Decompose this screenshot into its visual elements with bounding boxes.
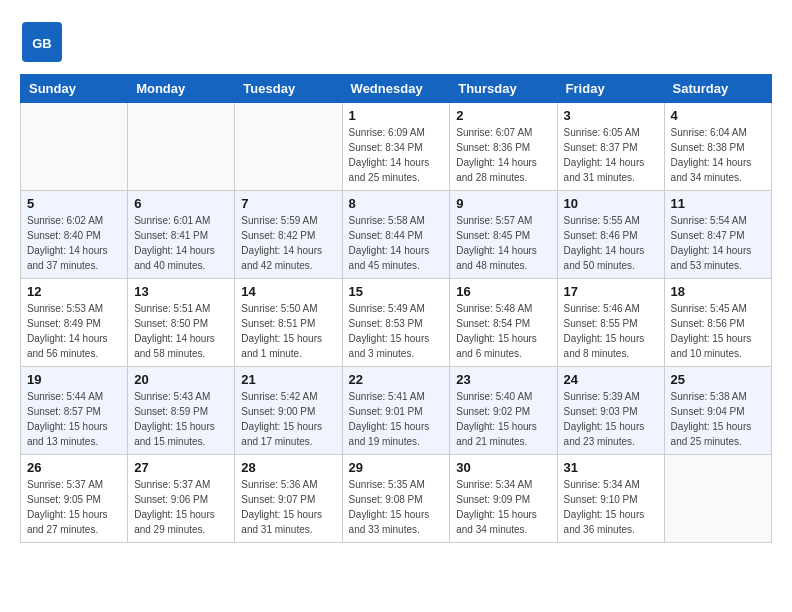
calendar-cell: 27Sunrise: 5:37 AM Sunset: 9:06 PM Dayli… [128, 455, 235, 543]
day-info: Sunrise: 5:41 AM Sunset: 9:01 PM Dayligh… [349, 389, 444, 449]
day-number: 27 [134, 460, 228, 475]
calendar-cell: 28Sunrise: 5:36 AM Sunset: 9:07 PM Dayli… [235, 455, 342, 543]
day-info: Sunrise: 5:55 AM Sunset: 8:46 PM Dayligh… [564, 213, 658, 273]
weekday-header-sunday: Sunday [21, 75, 128, 103]
svg-text:GB: GB [32, 36, 52, 51]
calendar-cell: 2Sunrise: 6:07 AM Sunset: 8:36 PM Daylig… [450, 103, 557, 191]
day-number: 4 [671, 108, 765, 123]
day-number: 18 [671, 284, 765, 299]
calendar-cell [21, 103, 128, 191]
calendar-cell: 31Sunrise: 5:34 AM Sunset: 9:10 PM Dayli… [557, 455, 664, 543]
day-number: 2 [456, 108, 550, 123]
day-number: 9 [456, 196, 550, 211]
calendar-cell: 11Sunrise: 5:54 AM Sunset: 8:47 PM Dayli… [664, 191, 771, 279]
weekday-header-thursday: Thursday [450, 75, 557, 103]
day-number: 23 [456, 372, 550, 387]
day-info: Sunrise: 5:42 AM Sunset: 9:00 PM Dayligh… [241, 389, 335, 449]
day-number: 10 [564, 196, 658, 211]
calendar-cell: 20Sunrise: 5:43 AM Sunset: 8:59 PM Dayli… [128, 367, 235, 455]
calendar-cell: 6Sunrise: 6:01 AM Sunset: 8:41 PM Daylig… [128, 191, 235, 279]
day-info: Sunrise: 6:02 AM Sunset: 8:40 PM Dayligh… [27, 213, 121, 273]
logo-icon: GB [20, 20, 64, 64]
calendar-week-row-3: 12Sunrise: 5:53 AM Sunset: 8:49 PM Dayli… [21, 279, 772, 367]
calendar-cell: 12Sunrise: 5:53 AM Sunset: 8:49 PM Dayli… [21, 279, 128, 367]
day-number: 6 [134, 196, 228, 211]
day-info: Sunrise: 5:38 AM Sunset: 9:04 PM Dayligh… [671, 389, 765, 449]
day-number: 21 [241, 372, 335, 387]
calendar-cell: 17Sunrise: 5:46 AM Sunset: 8:55 PM Dayli… [557, 279, 664, 367]
day-info: Sunrise: 5:37 AM Sunset: 9:05 PM Dayligh… [27, 477, 121, 537]
day-number: 8 [349, 196, 444, 211]
day-number: 28 [241, 460, 335, 475]
day-info: Sunrise: 5:49 AM Sunset: 8:53 PM Dayligh… [349, 301, 444, 361]
day-info: Sunrise: 5:43 AM Sunset: 8:59 PM Dayligh… [134, 389, 228, 449]
day-info: Sunrise: 5:36 AM Sunset: 9:07 PM Dayligh… [241, 477, 335, 537]
day-info: Sunrise: 5:39 AM Sunset: 9:03 PM Dayligh… [564, 389, 658, 449]
day-info: Sunrise: 5:59 AM Sunset: 8:42 PM Dayligh… [241, 213, 335, 273]
day-number: 19 [27, 372, 121, 387]
day-info: Sunrise: 6:07 AM Sunset: 8:36 PM Dayligh… [456, 125, 550, 185]
day-number: 12 [27, 284, 121, 299]
day-number: 31 [564, 460, 658, 475]
calendar-cell: 4Sunrise: 6:04 AM Sunset: 8:38 PM Daylig… [664, 103, 771, 191]
day-number: 7 [241, 196, 335, 211]
day-info: Sunrise: 5:46 AM Sunset: 8:55 PM Dayligh… [564, 301, 658, 361]
day-info: Sunrise: 6:01 AM Sunset: 8:41 PM Dayligh… [134, 213, 228, 273]
calendar-cell: 19Sunrise: 5:44 AM Sunset: 8:57 PM Dayli… [21, 367, 128, 455]
day-info: Sunrise: 5:45 AM Sunset: 8:56 PM Dayligh… [671, 301, 765, 361]
calendar-cell: 10Sunrise: 5:55 AM Sunset: 8:46 PM Dayli… [557, 191, 664, 279]
calendar-cell: 15Sunrise: 5:49 AM Sunset: 8:53 PM Dayli… [342, 279, 450, 367]
day-info: Sunrise: 5:50 AM Sunset: 8:51 PM Dayligh… [241, 301, 335, 361]
day-number: 11 [671, 196, 765, 211]
day-info: Sunrise: 5:58 AM Sunset: 8:44 PM Dayligh… [349, 213, 444, 273]
calendar-cell: 13Sunrise: 5:51 AM Sunset: 8:50 PM Dayli… [128, 279, 235, 367]
day-info: Sunrise: 5:37 AM Sunset: 9:06 PM Dayligh… [134, 477, 228, 537]
calendar-cell: 25Sunrise: 5:38 AM Sunset: 9:04 PM Dayli… [664, 367, 771, 455]
day-number: 5 [27, 196, 121, 211]
calendar-cell: 21Sunrise: 5:42 AM Sunset: 9:00 PM Dayli… [235, 367, 342, 455]
calendar-cell: 1Sunrise: 6:09 AM Sunset: 8:34 PM Daylig… [342, 103, 450, 191]
weekday-header-tuesday: Tuesday [235, 75, 342, 103]
calendar-week-row-5: 26Sunrise: 5:37 AM Sunset: 9:05 PM Dayli… [21, 455, 772, 543]
day-info: Sunrise: 6:05 AM Sunset: 8:37 PM Dayligh… [564, 125, 658, 185]
day-info: Sunrise: 5:34 AM Sunset: 9:09 PM Dayligh… [456, 477, 550, 537]
calendar-cell: 26Sunrise: 5:37 AM Sunset: 9:05 PM Dayli… [21, 455, 128, 543]
day-number: 15 [349, 284, 444, 299]
day-info: Sunrise: 5:34 AM Sunset: 9:10 PM Dayligh… [564, 477, 658, 537]
day-number: 16 [456, 284, 550, 299]
calendar-cell: 8Sunrise: 5:58 AM Sunset: 8:44 PM Daylig… [342, 191, 450, 279]
day-info: Sunrise: 5:54 AM Sunset: 8:47 PM Dayligh… [671, 213, 765, 273]
calendar-cell: 29Sunrise: 5:35 AM Sunset: 9:08 PM Dayli… [342, 455, 450, 543]
calendar-cell: 5Sunrise: 6:02 AM Sunset: 8:40 PM Daylig… [21, 191, 128, 279]
day-info: Sunrise: 5:57 AM Sunset: 8:45 PM Dayligh… [456, 213, 550, 273]
calendar-cell: 18Sunrise: 5:45 AM Sunset: 8:56 PM Dayli… [664, 279, 771, 367]
weekday-header-row: SundayMondayTuesdayWednesdayThursdayFrid… [21, 75, 772, 103]
day-number: 1 [349, 108, 444, 123]
day-number: 25 [671, 372, 765, 387]
calendar-cell [664, 455, 771, 543]
day-info: Sunrise: 5:51 AM Sunset: 8:50 PM Dayligh… [134, 301, 228, 361]
logo: GB [20, 20, 68, 64]
page-header: GB [20, 20, 772, 64]
weekday-header-saturday: Saturday [664, 75, 771, 103]
calendar-week-row-2: 5Sunrise: 6:02 AM Sunset: 8:40 PM Daylig… [21, 191, 772, 279]
calendar-cell: 3Sunrise: 6:05 AM Sunset: 8:37 PM Daylig… [557, 103, 664, 191]
day-number: 17 [564, 284, 658, 299]
day-number: 13 [134, 284, 228, 299]
calendar-cell: 14Sunrise: 5:50 AM Sunset: 8:51 PM Dayli… [235, 279, 342, 367]
day-number: 3 [564, 108, 658, 123]
day-number: 24 [564, 372, 658, 387]
weekday-header-monday: Monday [128, 75, 235, 103]
day-number: 29 [349, 460, 444, 475]
day-info: Sunrise: 5:35 AM Sunset: 9:08 PM Dayligh… [349, 477, 444, 537]
day-info: Sunrise: 5:53 AM Sunset: 8:49 PM Dayligh… [27, 301, 121, 361]
calendar-cell: 30Sunrise: 5:34 AM Sunset: 9:09 PM Dayli… [450, 455, 557, 543]
calendar-cell: 16Sunrise: 5:48 AM Sunset: 8:54 PM Dayli… [450, 279, 557, 367]
calendar-week-row-4: 19Sunrise: 5:44 AM Sunset: 8:57 PM Dayli… [21, 367, 772, 455]
calendar-cell: 23Sunrise: 5:40 AM Sunset: 9:02 PM Dayli… [450, 367, 557, 455]
calendar-cell: 22Sunrise: 5:41 AM Sunset: 9:01 PM Dayli… [342, 367, 450, 455]
weekday-header-friday: Friday [557, 75, 664, 103]
calendar-cell [235, 103, 342, 191]
calendar-table: SundayMondayTuesdayWednesdayThursdayFrid… [20, 74, 772, 543]
calendar-cell [128, 103, 235, 191]
